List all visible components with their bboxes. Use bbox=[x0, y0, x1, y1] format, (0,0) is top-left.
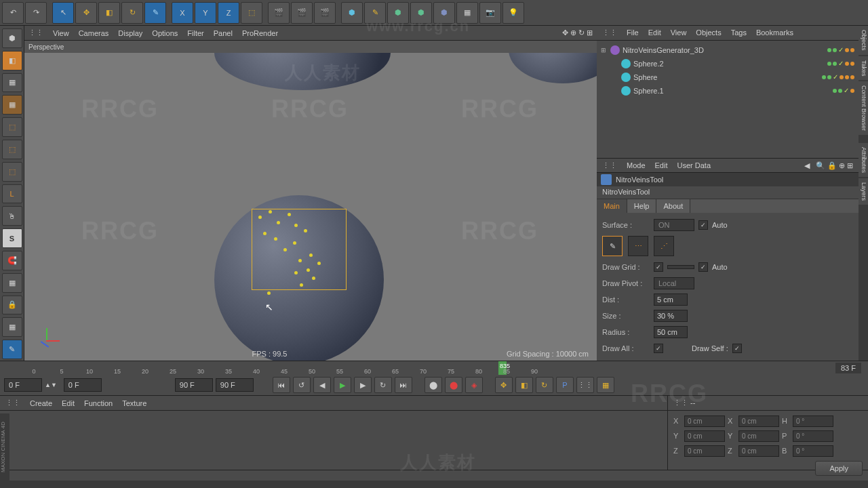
goto-start-button[interactable]: ⏮ bbox=[273, 377, 290, 393]
om-tags[interactable]: Tags bbox=[731, 28, 747, 37]
custom-tool[interactable]: ✎ bbox=[144, 2, 166, 24]
surface-auto-check[interactable]: ✓ bbox=[698, 220, 708, 230]
expand-icon[interactable]: ⊞ bbox=[601, 47, 608, 54]
om-objects[interactable]: Objects bbox=[696, 28, 721, 37]
mode-thumb-2[interactable]: ⋯ bbox=[628, 236, 648, 256]
rot-rec-button[interactable]: ↻ bbox=[536, 377, 553, 393]
loop-start-input[interactable] bbox=[64, 378, 102, 392]
param-rec-button[interactable]: P bbox=[556, 377, 574, 393]
drawself-check[interactable]: ✓ bbox=[732, 344, 742, 353]
start-frame-input[interactable] bbox=[4, 378, 42, 392]
surface-select[interactable]: ON bbox=[654, 219, 694, 231]
tree-row[interactable]: Sphere ✓ bbox=[597, 70, 859, 84]
move-tool[interactable]: ✥ bbox=[75, 2, 97, 24]
pen-primitive-button[interactable]: ✎ bbox=[364, 2, 386, 24]
scale-tool[interactable]: ◧ bbox=[98, 2, 120, 24]
camera-button[interactable]: 📷 bbox=[479, 2, 501, 24]
rot-h-input[interactable] bbox=[793, 415, 833, 427]
panel-menu[interactable]: Panel bbox=[214, 29, 233, 37]
workplane-lock-button[interactable]: ▦ bbox=[2, 273, 22, 293]
am-userdata[interactable]: User Data bbox=[677, 161, 711, 169]
undo-button[interactable]: ↶ bbox=[2, 2, 24, 24]
pos-x-input[interactable] bbox=[684, 415, 725, 427]
make-editable-button[interactable]: ⬢ bbox=[2, 28, 22, 48]
display-menu[interactable]: Display bbox=[118, 29, 142, 37]
render-settings-button[interactable]: 🎬 bbox=[314, 2, 336, 24]
goto-key-next-button[interactable]: ↻ bbox=[374, 377, 392, 393]
polygon-mode-button[interactable]: L bbox=[2, 184, 22, 204]
snap-button[interactable]: 🧲 bbox=[2, 251, 22, 270]
attr-nav-icons[interactable]: ◀ 🔍 🔒 ⊕ ⊞ bbox=[804, 161, 853, 170]
tab-attributes[interactable]: Attributes bbox=[859, 143, 868, 177]
prev-frame-button[interactable]: ◀ bbox=[313, 377, 331, 393]
om-view[interactable]: View bbox=[671, 28, 687, 37]
pos-y-input[interactable] bbox=[684, 430, 725, 442]
texture-mode-button[interactable]: ▦ bbox=[2, 73, 22, 93]
render-button[interactable]: 🎬 bbox=[291, 2, 313, 24]
object-tree[interactable]: ⊞ NitroVeinsGenerator_3D ✓ Sphere.2 ✓ Sp… bbox=[597, 41, 859, 158]
deformer-button[interactable]: ⬢ bbox=[410, 2, 432, 24]
mat-texture[interactable]: Texture bbox=[122, 399, 146, 407]
uvpoly-button[interactable]: S bbox=[2, 228, 22, 248]
drawall-check[interactable]: ✓ bbox=[654, 344, 663, 353]
drawgrid-check[interactable]: ✓ bbox=[654, 262, 663, 272]
loop-end-input[interactable] bbox=[175, 378, 213, 392]
tree-row[interactable]: Sphere.2 ✓ bbox=[597, 57, 859, 70]
generator-button[interactable]: ⬢ bbox=[387, 2, 409, 24]
tree-row[interactable]: ⊞ NitroVeinsGenerator_3D ✓ bbox=[597, 43, 859, 57]
size-input[interactable] bbox=[654, 310, 688, 322]
drawpivot-select[interactable]: Local bbox=[654, 277, 694, 289]
environment-button[interactable]: ⬢ bbox=[433, 2, 455, 24]
object-name[interactable]: NitroVeinsGenerator_3D bbox=[623, 46, 825, 54]
end-frame-input[interactable] bbox=[216, 378, 254, 392]
x-axis-button[interactable]: X bbox=[172, 2, 193, 24]
view-menu[interactable]: View bbox=[53, 29, 69, 37]
redo-button[interactable]: ↷ bbox=[25, 2, 47, 24]
mat-function[interactable]: Function bbox=[84, 399, 113, 407]
play-button[interactable]: ▶ bbox=[334, 377, 351, 393]
floor-button[interactable]: ▦ bbox=[456, 2, 478, 24]
autokey-button[interactable]: ⬤ bbox=[445, 377, 462, 393]
tab-content-browser[interactable]: Content Browser bbox=[859, 81, 868, 135]
keyframe-sel-button[interactable]: ◈ bbox=[465, 377, 483, 393]
rot-p-input[interactable] bbox=[793, 430, 833, 442]
edge-mode-button[interactable]: ⬚ bbox=[2, 162, 22, 182]
timeline-button[interactable]: ▦ bbox=[597, 377, 614, 393]
tab-objects[interactable]: Objects bbox=[859, 26, 868, 55]
rotate-tool[interactable]: ↻ bbox=[121, 2, 143, 24]
tab-about[interactable]: About bbox=[656, 199, 690, 213]
mat-edit[interactable]: Edit bbox=[62, 399, 75, 407]
tab-help[interactable]: Help bbox=[627, 199, 657, 213]
cameras-menu[interactable]: Cameras bbox=[79, 29, 109, 37]
object-name[interactable]: Sphere bbox=[633, 73, 819, 81]
drawgrid-auto-check[interactable]: ✓ bbox=[698, 262, 708, 272]
am-edit[interactable]: Edit bbox=[655, 161, 668, 169]
next-frame-button[interactable]: ▶ bbox=[354, 377, 372, 393]
viewport-canvas[interactable]: FPS : 99.5 Grid Spacing : 10000 cm ↖ bbox=[24, 53, 597, 361]
om-file[interactable]: File bbox=[627, 28, 639, 37]
viewport-nav-icons[interactable]: ✥ ⊕ ↻ ⊞ bbox=[562, 28, 593, 37]
tab-takes[interactable]: Takes bbox=[859, 56, 868, 81]
nitro-tool-button[interactable]: ✎ bbox=[2, 340, 22, 359]
drawgrid-select[interactable] bbox=[667, 265, 694, 269]
dist-input[interactable] bbox=[654, 293, 688, 306]
om-edit[interactable]: Edit bbox=[648, 28, 661, 37]
uvpoint-button[interactable]: 🖱 bbox=[2, 206, 22, 226]
size-x-input[interactable] bbox=[738, 415, 779, 427]
mode-thumb-3[interactable]: ⋰ bbox=[654, 236, 674, 256]
tab-layers[interactable]: Layers bbox=[859, 178, 868, 205]
tree-row[interactable]: Sphere.1 ✓ bbox=[597, 84, 859, 98]
cube-primitive-button[interactable]: ⬢ bbox=[341, 2, 363, 24]
mode-thumb-1[interactable]: ✎ bbox=[602, 236, 623, 256]
pos-z-input[interactable] bbox=[684, 445, 725, 457]
size-z-input[interactable] bbox=[738, 445, 779, 457]
rot-b-input[interactable] bbox=[793, 445, 833, 457]
planar-workplane-button[interactable]: ▦ bbox=[2, 317, 22, 337]
scale-rec-button[interactable]: ◧ bbox=[515, 377, 533, 393]
y-axis-button[interactable]: Y bbox=[195, 2, 216, 24]
model-mode-button[interactable]: ◧ bbox=[2, 51, 22, 70]
radius-input[interactable] bbox=[654, 326, 688, 338]
timeline-ruler[interactable]: 835 83 F 0510152025303540455055606570758… bbox=[0, 361, 868, 375]
object-name[interactable]: Sphere.2 bbox=[633, 60, 825, 68]
render-view-button[interactable]: 🎬 bbox=[268, 2, 290, 24]
